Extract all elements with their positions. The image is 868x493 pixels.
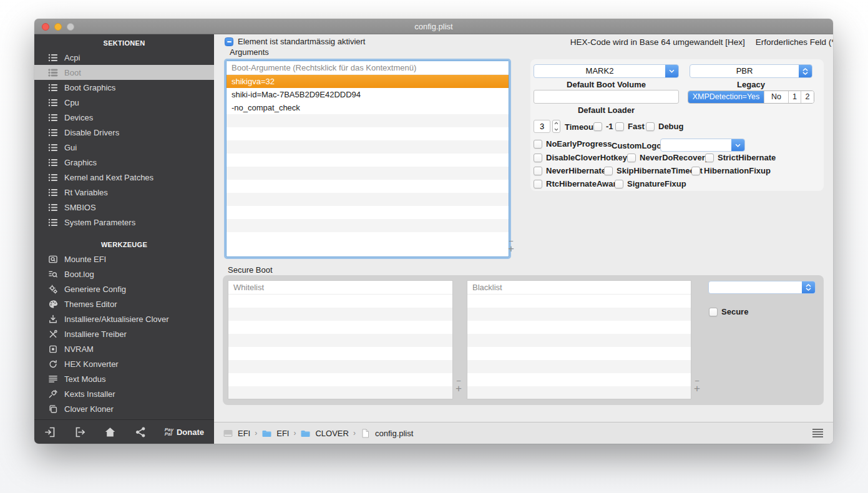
export-config-button[interactable] bbox=[74, 426, 86, 438]
sidebar-item-boot-graphics[interactable]: Boot Graphics bbox=[34, 80, 214, 95]
sidebar-tool-install-drivers[interactable]: Installiere Treiber bbox=[34, 326, 214, 341]
blacklist-list[interactable]: Blacklist bbox=[467, 280, 691, 399]
sidebar-tool-hex-converter[interactable]: HEX Konverter bbox=[34, 356, 214, 371]
flag-disable-clover-hotkeys[interactable]: DisableCloverHotkeys bbox=[534, 153, 631, 162]
boot-arguments-list[interactable]: Boot-Argumente (Rechtsklick für das Kont… bbox=[226, 61, 509, 257]
sidebar-item-kernel-and-kext-patches[interactable]: Kernel and Kext Patches bbox=[34, 170, 214, 185]
checkbox[interactable] bbox=[646, 122, 655, 131]
checkbox[interactable] bbox=[627, 154, 636, 162]
whitelist-list[interactable]: Whitelist bbox=[228, 280, 453, 399]
flag-signature-fixup[interactable]: SignatureFixup bbox=[615, 179, 686, 188]
checkbox[interactable] bbox=[615, 122, 624, 131]
checkbox[interactable] bbox=[534, 140, 542, 149]
xmp-segment-2[interactable]: 2 bbox=[801, 91, 814, 103]
zoom-window-button[interactable] bbox=[67, 23, 74, 31]
timeout-input[interactable] bbox=[534, 120, 550, 133]
flag-strict-hibernate[interactable]: StrictHibernate bbox=[705, 153, 776, 162]
sidebar-tool-generate-config[interactable]: Generiere Config bbox=[34, 281, 214, 296]
sidebar-item-gui[interactable]: Gui bbox=[34, 140, 214, 155]
sidebar-item-rt-variables[interactable]: Rt Variables bbox=[34, 185, 214, 200]
close-window-button[interactable] bbox=[42, 23, 49, 31]
import-config-button[interactable] bbox=[44, 426, 56, 438]
checkbox[interactable] bbox=[709, 308, 718, 316]
list-icon bbox=[48, 53, 59, 62]
add-argument-button[interactable]: + bbox=[508, 244, 514, 253]
breadcrumb-item[interactable]: EFI bbox=[238, 429, 250, 438]
flag-hibernation-fixup[interactable]: HibernationFixup bbox=[691, 166, 771, 175]
xmp-detection-segmented-control: XMPDetection=Yes No 1 2 bbox=[688, 90, 814, 104]
sidebar-tool-themes-editor[interactable]: Themes Editor bbox=[34, 296, 214, 311]
sidebar-tool-nvram[interactable]: NVRAM bbox=[34, 341, 214, 356]
flag-never-do-recovery[interactable]: NeverDoRecovery bbox=[627, 153, 710, 162]
convert-icon bbox=[48, 359, 59, 369]
sidebar-tool-label: Installiere Treiber bbox=[64, 329, 127, 339]
sidebar-item-label: Cpu bbox=[64, 98, 79, 107]
default-loader-input[interactable] bbox=[534, 90, 679, 104]
xmp-segment-yes[interactable]: XMPDetection=Yes bbox=[688, 91, 764, 103]
home-button[interactable] bbox=[104, 426, 116, 438]
sidebar-tool-mount-efi[interactable]: Mounte EFI bbox=[34, 251, 214, 266]
sidebar-tool-kexts-installer[interactable]: Kexts Installer bbox=[34, 386, 214, 401]
sidebar-item-label: Rt Variables bbox=[64, 188, 108, 197]
sidebar-tool-label: Text Modus bbox=[64, 374, 105, 384]
boot-argument-row[interactable]: -no_compat_check bbox=[227, 101, 509, 114]
sidebar-tool-clover-cloner[interactable]: Clover Kloner bbox=[34, 401, 214, 416]
chevron-down-icon bbox=[731, 139, 744, 151]
timeout-stepper[interactable] bbox=[552, 120, 560, 133]
legacy-select[interactable]: PBR bbox=[690, 64, 812, 78]
sidebar-item-boot[interactable]: Boot bbox=[34, 65, 214, 80]
checkbox[interactable] bbox=[705, 154, 714, 162]
checkbox[interactable] bbox=[615, 180, 623, 188]
main-panel: Element ist standartmässig aktiviert HEX… bbox=[214, 34, 833, 444]
breadcrumb-item[interactable]: CLOVER bbox=[315, 429, 348, 438]
sidebar-item-cpu[interactable]: Cpu bbox=[34, 95, 214, 110]
add-whitelist-button[interactable]: + bbox=[456, 384, 462, 393]
minimize-window-button[interactable] bbox=[54, 23, 62, 31]
required-note: Erforderliches Feld (*) bbox=[756, 37, 833, 47]
sidebar-item-system-parameters[interactable]: System Parameters bbox=[34, 215, 214, 230]
custom-logo-select[interactable] bbox=[660, 139, 745, 152]
breadcrumb-item[interactable]: EFI bbox=[276, 429, 289, 438]
flag-no-early-progress[interactable]: NoEarlyProgress bbox=[534, 139, 612, 149]
xmp-segment-no[interactable]: No bbox=[764, 91, 789, 103]
add-blacklist-button[interactable]: + bbox=[694, 384, 700, 393]
sidebar-tool-install-clover[interactable]: Installiere/Aktualisiere Clover bbox=[34, 311, 214, 326]
default-boot-volume-select[interactable]: MARK2 bbox=[534, 64, 679, 78]
boot-argument-row[interactable]: shiki-id=Mac-7BA5B2D9E42DDD94 bbox=[227, 88, 509, 101]
flag-fast[interactable]: Fast bbox=[615, 122, 645, 131]
checkbox[interactable] bbox=[691, 167, 700, 175]
default-boot-volume-value: MARK2 bbox=[534, 65, 665, 77]
sidebar-tool-boot-log[interactable]: Boot.log bbox=[34, 266, 214, 281]
donate-button[interactable]: PayPal Donate bbox=[165, 427, 204, 437]
sidebar-item-disable-drivers[interactable]: Disable Drivers bbox=[34, 125, 214, 140]
boot-argument-row[interactable]: shikigva=32 bbox=[227, 75, 509, 88]
flag-never-hibernate[interactable]: NeverHibernate bbox=[534, 166, 606, 175]
checkbox[interactable] bbox=[593, 122, 602, 131]
sidebar-item-acpi[interactable]: Acpi bbox=[34, 50, 214, 65]
checkbox[interactable] bbox=[604, 167, 613, 175]
sidebar-tool-text-mode[interactable]: Text Modus bbox=[34, 371, 214, 386]
plug-icon bbox=[48, 389, 59, 399]
sidebar-item-graphics[interactable]: Graphics bbox=[34, 155, 214, 170]
default-enabled-checkbox[interactable] bbox=[225, 37, 233, 46]
breadcrumb-item[interactable]: config.plist bbox=[375, 429, 413, 438]
share-button[interactable] bbox=[135, 426, 147, 438]
secure-policy-select[interactable] bbox=[708, 281, 816, 294]
sidebar-item-devices[interactable]: Devices bbox=[34, 110, 214, 125]
app-window: config.plist SEKTIONEN Acpi Boot Boot Gr… bbox=[34, 19, 833, 444]
checkbox[interactable] bbox=[534, 167, 542, 175]
flag-minus-one[interactable]: -1 bbox=[593, 122, 613, 131]
menu-button[interactable] bbox=[811, 426, 824, 440]
checkbox[interactable] bbox=[534, 154, 542, 162]
window-titlebar[interactable]: config.plist bbox=[34, 19, 833, 34]
xmp-segment-1[interactable]: 1 bbox=[789, 91, 801, 103]
secure-policy-value bbox=[709, 281, 802, 293]
checkbox[interactable] bbox=[534, 180, 542, 188]
flag-skip-hibernate-timeout[interactable]: SkipHibernateTimeout bbox=[604, 166, 703, 175]
flag-debug[interactable]: Debug bbox=[646, 122, 683, 131]
chevron-down-icon bbox=[665, 65, 678, 77]
blacklist-header: Blacklist bbox=[467, 281, 691, 295]
flag-rtc-hibernate-aware[interactable]: RtcHibernateAware bbox=[534, 179, 621, 188]
sidebar-item-smbios[interactable]: SMBIOS bbox=[34, 200, 214, 215]
flag-secure[interactable]: Secure bbox=[709, 307, 748, 316]
